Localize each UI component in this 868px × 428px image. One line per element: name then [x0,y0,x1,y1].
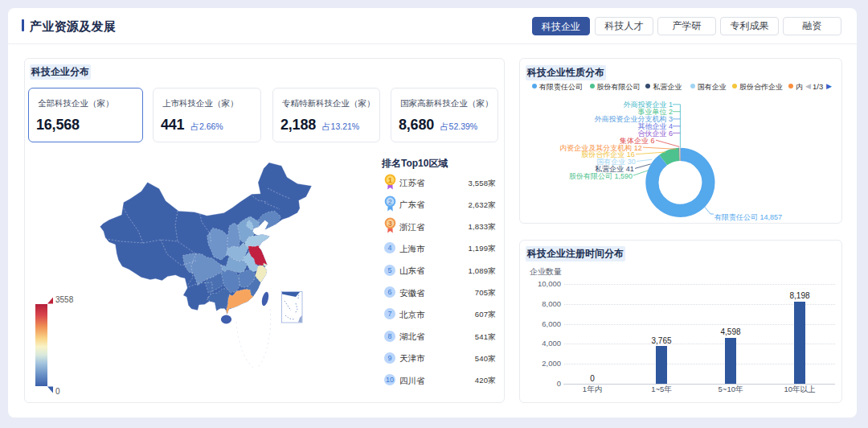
svg-text:2: 2 [388,197,392,205]
svg-text:1: 1 [388,175,392,183]
svg-text:3558: 3558 [55,295,74,304]
svg-text:0: 0 [55,387,60,396]
svg-text:3: 3 [388,220,392,228]
